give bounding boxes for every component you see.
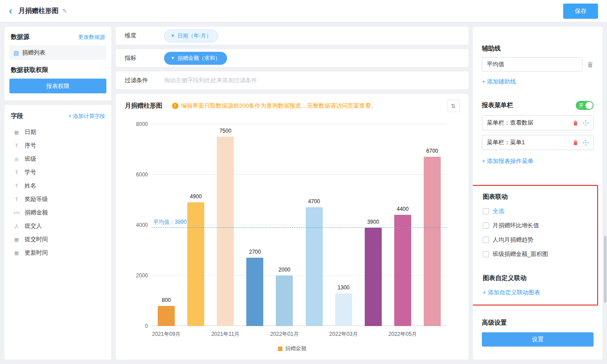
bar[interactable] <box>306 207 323 326</box>
metric-row: 指标 ▼ 捐赠金额（求和） <box>116 49 468 67</box>
edit-title-icon[interactable]: ✎ <box>62 8 67 14</box>
datasource-item[interactable]: ▤ 捐赠列表 <box>9 46 106 60</box>
bar-value-label: 4400 <box>396 206 409 212</box>
select-icon: ◎ <box>12 156 21 162</box>
bar[interactable] <box>365 228 382 326</box>
right-sidebar: 辅助线 + 添加辅助线 报表菜单栏 开 菜单栏：查看数据菜单栏：菜单1 + 添加… <box>473 27 603 360</box>
field-label: 奖励等级 <box>25 195 48 203</box>
linkage-option-label: 班级捐赠金额_面积图 <box>493 250 548 258</box>
bar-value-label: 2000 <box>278 267 291 273</box>
y-tick-label: 8000 <box>127 121 148 127</box>
linkage-title: 图表联动 <box>483 193 592 201</box>
linkage-option[interactable]: 班级捐赠金额_面积图 <box>483 250 592 258</box>
text-icon: T <box>12 143 21 148</box>
bar-value-label: 6700 <box>426 148 438 154</box>
bar[interactable] <box>158 306 175 326</box>
preview-notice: ! 编辑界面只取数据源前200条作为查询数据预览，完整数据请访问页面查看。 <box>172 102 447 110</box>
bar-value-label: 4700 <box>308 198 320 205</box>
advanced-settings-title: 高级设置 <box>482 319 594 327</box>
linkage-option[interactable]: 人均月捐赠趋势 <box>483 236 592 244</box>
average-line-label: 平均值：3890 <box>153 218 187 226</box>
field-item[interactable]: T奖励等级 <box>9 192 106 206</box>
chart-plot: 020004000600080008002021年09月490075002021… <box>152 124 447 326</box>
legend-item[interactable]: 捐赠金额 <box>278 345 307 352</box>
main-layout: 数据源 更改数据源 ▤ 捐赠列表 数据获取权限 报表权限 字段 + 添加计算字段… <box>0 22 607 364</box>
trash-icon[interactable] <box>573 140 578 146</box>
y-tick-label: 2000 <box>127 272 148 279</box>
dimension-label: 维度 <box>125 32 164 40</box>
menu-bar-title: 报表菜单栏 <box>482 101 513 109</box>
bar[interactable] <box>424 157 441 326</box>
chevron-down-icon: ▼ <box>171 56 175 60</box>
add-calc-field-link[interactable]: + 添加计算字段 <box>68 113 105 120</box>
trash-icon[interactable] <box>573 120 578 126</box>
calendar-icon: ▦ <box>12 237 21 243</box>
calendar-icon: ▦ <box>12 130 21 135</box>
field-label: 学号 <box>25 168 36 176</box>
bar[interactable] <box>187 202 204 326</box>
menu-bar-toggle[interactable]: 开 <box>576 101 594 110</box>
back-icon[interactable]: ‹ <box>9 6 12 16</box>
filter-row: 过滤条件 拖动左侧字段到此处来添加过滤条件 <box>116 71 468 89</box>
scrollbar-thumb[interactable] <box>604 236 607 303</box>
settings-panel: 辅助线 + 添加辅助线 报表菜单栏 开 菜单栏：查看数据菜单栏：菜单1 + 添加… <box>473 27 603 360</box>
bar[interactable] <box>246 258 263 326</box>
x-tick-label: 2021年09月 <box>152 331 181 338</box>
metric-pill[interactable]: ▼ 捐赠金额（求和） <box>164 52 227 65</box>
chart-title: 月捐赠柱形图 <box>125 102 162 110</box>
change-datasource-link[interactable]: 更改数据源 <box>78 33 105 41</box>
field-item[interactable]: ▦日期 <box>9 126 106 139</box>
field-item[interactable]: ▦提交时间 <box>9 233 106 246</box>
field-item[interactable]: T学号 <box>9 166 106 179</box>
linkage-option-list: 全选月捐赠环比增长值人均月捐赠趋势班级捐赠金额_面积图 <box>483 207 592 258</box>
checkbox-icon[interactable] <box>483 222 489 229</box>
dimension-pill-label: 日期（年-月） <box>177 32 211 40</box>
checkbox-icon[interactable] <box>483 208 489 214</box>
calendar-icon: ▦ <box>12 250 21 256</box>
bar[interactable] <box>217 137 234 326</box>
sort-button[interactable]: ⇅ <box>447 100 459 112</box>
field-item[interactable]: ▦更新时间 <box>9 246 106 259</box>
datasource-title: 数据源 <box>11 33 30 41</box>
trash-icon[interactable] <box>587 61 594 68</box>
filter-dropzone[interactable]: 拖动左侧字段到此处来添加过滤条件 <box>164 76 257 84</box>
y-tick-label: 0 <box>127 323 148 329</box>
toggle-on-label: 开 <box>579 102 584 109</box>
report-permission-button[interactable]: 报表权限 <box>9 79 106 93</box>
field-label: 日期 <box>25 128 36 136</box>
advanced-settings-button[interactable]: 设置 <box>482 332 594 347</box>
checkbox-icon[interactable] <box>483 251 489 257</box>
field-item[interactable]: 人提交人 <box>9 219 106 233</box>
field-item[interactable]: T姓名 <box>9 179 106 192</box>
bar[interactable] <box>276 276 293 326</box>
save-button[interactable]: 保存 <box>563 4 598 19</box>
bar[interactable] <box>335 293 352 326</box>
x-tick-label: 2022年03月 <box>329 331 358 338</box>
move-icon[interactable] <box>583 140 589 146</box>
dimension-pill[interactable]: ▼ 日期（年-月） <box>164 29 218 42</box>
field-item[interactable]: 123捐赠金额 <box>9 206 106 219</box>
move-icon[interactable] <box>583 120 589 126</box>
bar-value-label: 7500 <box>219 128 232 134</box>
checkbox-icon[interactable] <box>483 237 489 243</box>
field-label: 序号 <box>25 142 36 150</box>
field-item[interactable]: ◎班级 <box>9 152 106 166</box>
add-aux-line-link[interactable]: + 添加辅助线 <box>482 78 516 86</box>
linkage-option-label: 月捐赠环比增长值 <box>493 222 539 230</box>
bar[interactable] <box>394 215 411 326</box>
add-report-menu-link[interactable]: + 添加报表操作菜单 <box>482 157 533 165</box>
fields-title: 字段 <box>11 112 23 120</box>
bar-value-label: 3900 <box>367 219 379 225</box>
menu-bar-item: 菜单栏：查看数据 <box>482 115 594 130</box>
warning-icon: ! <box>172 103 178 109</box>
chart-card: 月捐赠柱形图 ! 编辑界面只取数据源前200条作为查询数据预览，完整数据请访问页… <box>116 94 468 360</box>
gridline <box>152 174 447 175</box>
linkage-option[interactable]: 月捐赠环比增长值 <box>483 222 592 230</box>
aux-line-title: 辅助线 <box>482 45 594 53</box>
aux-line-input[interactable] <box>482 57 582 71</box>
linkage-option[interactable]: 全选 <box>483 207 592 215</box>
datasource-name: 捐赠列表 <box>22 49 45 57</box>
field-item[interactable]: T序号 <box>9 139 106 152</box>
bar-value-label: 1300 <box>337 285 350 291</box>
add-custom-linkage-link[interactable]: + 添加自定义联动图表 <box>483 289 540 297</box>
